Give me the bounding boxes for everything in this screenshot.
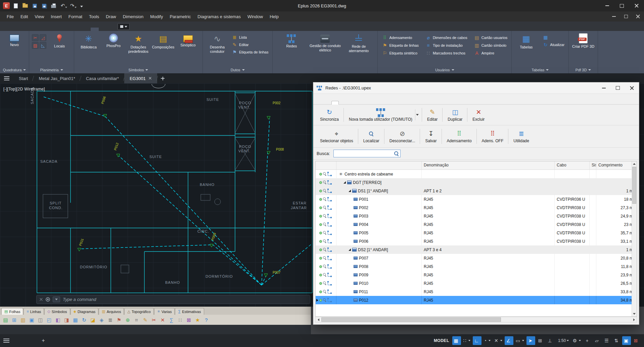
qat-menu-icon[interactable] (77, 1, 86, 10)
group-caption-dutos[interactable]: Dutos (205, 67, 270, 73)
composicoes-button[interactable]: ▤ Composições (151, 32, 175, 49)
ribbon-tab[interactable] (2, 28, 10, 31)
undo-icon[interactable]: ↶ (58, 1, 67, 10)
chart-icon[interactable]: ◪ (89, 316, 97, 324)
locate-icon[interactable] (323, 290, 327, 294)
P001[interactable]: P001 RJ45 CVDTPIR036 U 18 m (316, 195, 637, 203)
viewport-lock-icon[interactable]: ▱ (593, 336, 602, 345)
layout-tab-layout1[interactable] (22, 339, 29, 342)
P006[interactable]: P006 RJ45 CVDTPIR038 U 33,1 m (316, 237, 637, 245)
locate-icon[interactable] (323, 256, 327, 260)
menu-item[interactable]: Tools (86, 12, 102, 21)
polar-tracking-icon[interactable]: ◔ (482, 336, 492, 345)
ortho-mode-icon[interactable]: ∟ (473, 336, 481, 345)
status-dot-icon[interactable] (319, 291, 322, 293)
file-tab-menu-button[interactable] (0, 73, 13, 83)
ribbon-tab[interactable] (26, 28, 34, 31)
P008[interactable]: P008 RJ45 11,8 m (316, 262, 637, 271)
connector-icon[interactable] (328, 189, 331, 193)
expand-icon[interactable] (349, 190, 351, 192)
annotation-visibility-icon[interactable]: ⊥ (546, 336, 555, 345)
editar-linha-button[interactable]: ✎ Editar (230, 41, 270, 48)
hardware-accel-icon[interactable]: ▣ (622, 336, 631, 345)
viewport-controls-label[interactable]: [-][Top][2D Wireframe] (3, 87, 45, 91)
utilidade-button[interactable]: ≣ Utilidade (509, 127, 533, 146)
layout-tab-model[interactable] (14, 339, 21, 342)
nova-tomada-button[interactable]: Nova tomada utilizador (TO/MUTO) (345, 106, 421, 124)
excluir-button[interactable]: ✕ Excluir (468, 106, 489, 124)
gestao-conduto-button[interactable]: Gestão de conduto elétrico (309, 32, 341, 52)
tag-icon[interactable]: ⚑ (115, 316, 123, 324)
connector-icon[interactable] (328, 265, 331, 268)
paste-icon[interactable]: ◨ (62, 316, 71, 324)
link-icon[interactable]: ⊕ (124, 316, 132, 324)
busca-input[interactable] (335, 151, 394, 156)
import-sheet-icon[interactable]: ⊞ (10, 316, 18, 324)
biblioteca-button[interactable]: ✳ Biblioteca (77, 32, 100, 49)
ribbon-tab[interactable] (66, 28, 75, 31)
clean-screen-icon[interactable]: ⊠ (632, 336, 641, 345)
scroll-right-icon[interactable] (631, 317, 637, 322)
criar-pdf-3d-button[interactable]: PDF Criar PDF 3D (571, 32, 595, 49)
command-line[interactable]: Type a command (36, 295, 310, 304)
connector-icon[interactable] (328, 206, 331, 209)
table-edit-button[interactable]: ▦ (541, 34, 566, 40)
search-icon[interactable] (394, 151, 399, 156)
localizar-button[interactable]: Localizar (359, 127, 383, 146)
connector-icon[interactable] (328, 273, 331, 277)
cut-icon[interactable]: ✂ (150, 316, 158, 324)
menu-item[interactable]: Format (65, 12, 86, 21)
menu-item[interactable]: View (31, 12, 47, 21)
DS1 [1° ANDAR][interactable]: DS1 [1° ANDAR] APT 1 e 2 1 m (316, 187, 637, 195)
menu-item[interactable]: Dimension (120, 12, 147, 21)
dialog-tab[interactable] (324, 101, 331, 104)
copy-icon[interactable]: ◧ (54, 316, 62, 324)
status-dot-icon[interactable] (319, 299, 322, 302)
dialog-maximize-button[interactable] (611, 82, 625, 93)
ribbon-tab[interactable] (83, 28, 91, 31)
locate-icon[interactable] (323, 273, 327, 277)
chevron-down-icon[interactable] (415, 109, 420, 120)
locate-icon[interactable] (323, 181, 327, 184)
locate-icon[interactable] (323, 189, 327, 193)
tabelas-button[interactable]: ▦ Tabelas (514, 32, 538, 49)
menu-item[interactable]: Parametric (166, 12, 194, 21)
doc-minimize-button[interactable] (608, 11, 620, 22)
dialog-minimize-button[interactable] (597, 82, 611, 93)
marcadores-trechos-button[interactable]: ∷ Marcadores trechos (424, 50, 469, 56)
draw-order-icon[interactable]: ⇅ (612, 336, 621, 345)
bottom-tab-arquivos[interactable]: ▥ Arquivos (99, 308, 124, 315)
close-button[interactable] (629, 0, 644, 11)
ribbon-tab[interactable] (91, 28, 99, 31)
adensamento-button[interactable]: ⠿ Adensamento (380, 34, 420, 41)
status-dot-icon[interactable] (319, 198, 322, 201)
locate-icon[interactable] (323, 281, 327, 285)
redo-icon[interactable]: ↷ (68, 1, 77, 10)
locais-button[interactable]: Locais (48, 32, 71, 48)
scrollbar-thumb[interactable] (321, 317, 501, 322)
connector-icon[interactable] (328, 214, 331, 218)
customize-command-icon[interactable] (46, 297, 50, 302)
dimensoes-cabos-button[interactable]: ⌀ Dimensões de cabos (424, 34, 469, 41)
group-caption-pdf[interactable]: Pdf 3D (571, 67, 595, 73)
status-dot-icon[interactable] (319, 257, 322, 260)
menu-item[interactable]: Draw (102, 12, 119, 21)
object-snap-tracking-icon[interactable]: ✕ (493, 336, 504, 345)
minimize-button[interactable] (600, 0, 614, 11)
customization-gear-icon[interactable]: ⚙ (571, 336, 582, 345)
dynamic-input-icon[interactable]: ▭ (514, 336, 525, 345)
planimetria-hatch-button[interactable]: ▨ (32, 42, 39, 49)
menu-item[interactable]: Window (244, 12, 266, 21)
help-icon[interactable]: ? (202, 316, 211, 324)
new-file-icon[interactable] (11, 1, 20, 10)
favorites-icon[interactable]: ★ (193, 316, 202, 324)
dialog-tab[interactable] (316, 101, 323, 104)
status-dot-icon[interactable] (319, 232, 322, 234)
menu-item[interactable]: File (3, 12, 17, 21)
save-as-icon[interactable] (40, 1, 48, 10)
etiqueta-sintetico-button[interactable]: ⚐ Etiqueta sintético (380, 50, 420, 56)
status-dot-icon[interactable] (319, 274, 322, 276)
status-dot-icon[interactable] (319, 240, 322, 243)
erase-icon[interactable]: ✕ (158, 316, 167, 324)
P010[interactable]: P010 RJ45 26,5 m (316, 279, 637, 287)
